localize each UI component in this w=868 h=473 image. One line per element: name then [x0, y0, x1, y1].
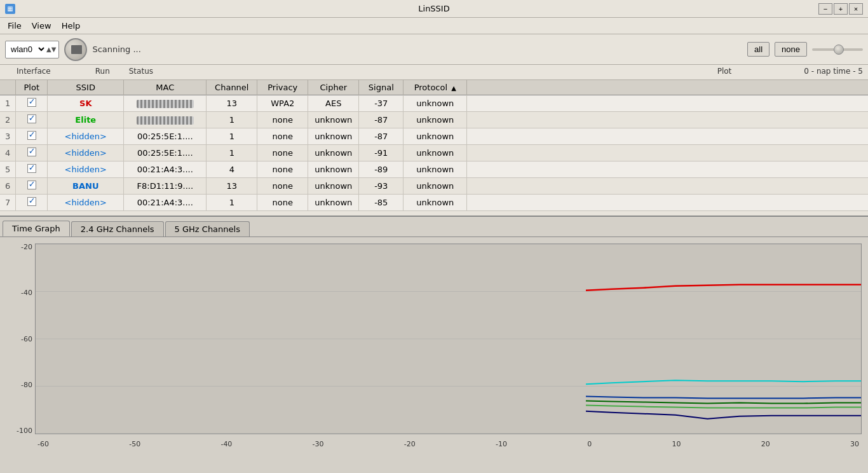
row-ssid: <hidden> — [48, 145, 124, 161]
slider-container[interactable] — [812, 48, 863, 51]
x-label-4: -30 — [313, 441, 324, 448]
x-label-7: 0 — [587, 441, 592, 448]
row-protocol: unknown — [403, 178, 467, 195]
col-plot[interactable]: Plot — [16, 80, 48, 95]
table-row: 6BANUF8:D1:11:9....13noneunknown-93unkno… — [0, 178, 868, 195]
col-num — [0, 80, 16, 95]
col-protocol[interactable]: Protocol ▲ — [403, 80, 467, 95]
row-ssid: <hidden> — [48, 195, 124, 211]
row-channel: 1 — [207, 145, 257, 161]
all-button[interactable]: all — [747, 42, 770, 57]
row-channel: 1 — [207, 112, 257, 128]
x-label-2: -50 — [129, 441, 140, 448]
row-cipher: unknown — [308, 178, 359, 195]
graph-line-5 — [586, 396, 861, 398]
row-ssid: SK — [48, 95, 124, 112]
x-label-8: 10 — [672, 441, 681, 448]
menu-view[interactable]: View — [27, 20, 57, 32]
row-extra — [467, 128, 868, 145]
row-number: 4 — [0, 145, 16, 161]
col-channel[interactable]: Channel — [207, 80, 257, 95]
row-privacy: none — [257, 161, 308, 178]
tab-time-graph[interactable]: Time Graph — [3, 221, 70, 236]
row-plot-checkbox[interactable] — [16, 128, 48, 145]
table-row: 7<hidden>00:21:A4:3....1noneunknown-85un… — [0, 195, 868, 211]
toolbar-labels: Interface Run Status Plot 0 - nap time -… — [0, 65, 868, 80]
tab-5ghz[interactable]: 5 GHz Channels — [165, 221, 250, 236]
nap-time-slider[interactable] — [812, 48, 863, 51]
row-privacy: none — [257, 112, 308, 128]
row-cipher: unknown — [308, 112, 359, 128]
row-extra — [467, 195, 868, 211]
interface-select-container[interactable]: wlan0 ▲▼ — [5, 41, 59, 58]
row-signal: -85 — [359, 195, 403, 211]
menu-help[interactable]: Help — [57, 20, 86, 32]
maximize-button[interactable]: + — [834, 3, 848, 15]
table-header-row: Plot SSID MAC Channel Privacy Cipher Sig… — [0, 80, 868, 95]
tab-24ghz[interactable]: 2.4 GHz Channels — [71, 221, 164, 236]
network-table-container: Plot SSID MAC Channel Privacy Cipher Sig… — [0, 80, 868, 217]
menubar: File View Help — [0, 18, 868, 34]
row-number: 7 — [0, 195, 16, 211]
row-number: 6 — [0, 178, 16, 195]
row-cipher: unknown — [308, 195, 359, 211]
row-plot-checkbox[interactable] — [16, 178, 48, 195]
scan-pause-button[interactable] — [64, 38, 87, 61]
row-signal: -87 — [359, 112, 403, 128]
row-plot-checkbox[interactable] — [16, 145, 48, 161]
col-ssid[interactable]: SSID — [48, 80, 124, 95]
network-table: Plot SSID MAC Channel Privacy Cipher Sig… — [0, 80, 868, 211]
protocol-sort-arrow: ▲ — [451, 85, 456, 92]
row-signal: -89 — [359, 161, 403, 178]
row-protocol: unknown — [403, 128, 467, 145]
graph-line-4 — [586, 411, 861, 419]
col-cipher[interactable]: Cipher — [308, 80, 359, 95]
row-protocol: unknown — [403, 145, 467, 161]
row-signal: -91 — [359, 145, 403, 161]
close-button[interactable]: × — [849, 3, 863, 15]
status-label: Status — [129, 67, 153, 76]
row-extra — [467, 145, 868, 161]
row-channel: 13 — [207, 178, 257, 195]
none-button[interactable]: none — [775, 42, 807, 57]
row-cipher: unknown — [308, 161, 359, 178]
row-privacy: none — [257, 145, 308, 161]
col-signal[interactable]: Signal — [359, 80, 403, 95]
slider-thumb — [834, 45, 844, 55]
toolbar-right: all none — [747, 42, 863, 57]
interface-label: Interface — [17, 67, 51, 76]
row-plot-checkbox[interactable] — [16, 195, 48, 211]
row-number: 1 — [0, 95, 16, 112]
x-label-6: -10 — [496, 441, 507, 448]
y-label-3: -60 — [21, 336, 32, 343]
graph-line-sk — [586, 285, 861, 291]
row-plot-checkbox[interactable] — [16, 95, 48, 112]
table-row: 5<hidden>00:21:A4:3....4noneunknown-89un… — [0, 161, 868, 178]
x-label-10: 30 — [850, 441, 859, 448]
row-mac: 00:25:5E:1.... — [124, 145, 207, 161]
graph-line-3 — [586, 406, 861, 408]
interface-dropdown[interactable]: wlan0 — [8, 44, 46, 55]
row-plot-checkbox[interactable] — [16, 112, 48, 128]
app-icon: ▦ — [5, 4, 15, 14]
scan-status-text: Scanning ... — [92, 45, 140, 54]
row-channel: 13 — [207, 95, 257, 112]
y-axis-labels: -20 -40 -60 -80 -100 — [0, 243, 35, 434]
col-privacy[interactable]: Privacy — [257, 80, 308, 95]
y-label-5: -100 — [17, 427, 32, 434]
titlebar: ▦ LinSSID − + × — [0, 0, 868, 18]
y-label-1: -20 — [21, 243, 32, 250]
graph-line-2 — [586, 401, 861, 403]
row-number: 3 — [0, 128, 16, 145]
x-label-5: -20 — [404, 441, 416, 448]
graph-line-1 — [586, 380, 861, 384]
row-plot-checkbox[interactable] — [16, 161, 48, 178]
x-label-3: -40 — [220, 441, 232, 448]
row-cipher: AES — [308, 95, 359, 112]
row-signal: -37 — [359, 95, 403, 112]
table-body: 1SK13WPA2AES-37unknown2Elite1noneunknown… — [0, 95, 868, 211]
row-mac — [124, 112, 207, 128]
minimize-button[interactable]: − — [818, 3, 832, 15]
col-mac[interactable]: MAC — [124, 80, 207, 95]
menu-file[interactable]: File — [3, 20, 27, 32]
